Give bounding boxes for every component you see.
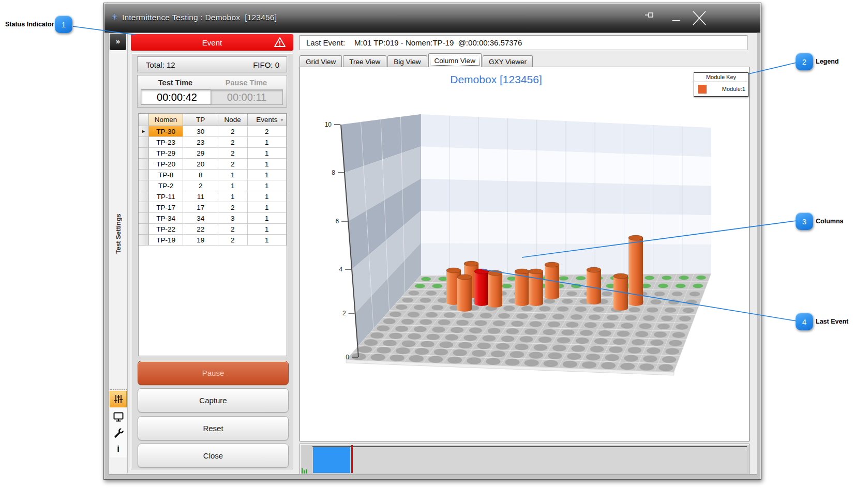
view-tabs: Grid ViewTree ViewBig ViewColumn ViewGXY… (299, 52, 533, 67)
table-cell[interactable]: 2 (183, 180, 218, 191)
table-cell[interactable]: TP-17 (149, 202, 184, 213)
table-row[interactable]: TP-222221 (139, 224, 287, 235)
table-row[interactable]: TP-202021 (139, 159, 287, 170)
table-cell[interactable]: TP-30 (149, 126, 184, 137)
table-cell[interactable]: 2 (248, 126, 287, 137)
callout-label-columns: Columns (816, 218, 843, 225)
table-cell[interactable]: 2 (218, 224, 248, 235)
table-row[interactable]: TP-343431 (139, 213, 287, 224)
table-cell[interactable]: 1 (248, 148, 287, 159)
table-cell[interactable]: 19 (183, 235, 218, 246)
row-selector[interactable] (139, 202, 149, 213)
chart-panel[interactable] (299, 67, 750, 441)
table-cell[interactable]: 2 (218, 202, 248, 213)
table-cell[interactable]: 2 (218, 235, 248, 246)
table-cell[interactable]: 34 (183, 213, 218, 224)
table-cell[interactable]: 23 (183, 137, 218, 148)
table-cell[interactable]: 17 (183, 202, 218, 213)
table-cell[interactable]: TP-22 (149, 224, 184, 235)
tab-column-view[interactable]: Column View (428, 53, 482, 67)
column-header-tp[interactable]: TP (183, 114, 218, 126)
row-selector[interactable] (139, 148, 149, 159)
table-cell[interactable]: 1 (248, 180, 287, 191)
row-selector[interactable] (139, 137, 149, 148)
table-cell[interactable]: 2 (218, 137, 248, 148)
table-cell[interactable]: 1 (248, 170, 287, 180)
tab-grid-view[interactable]: Grid View (299, 55, 342, 67)
table-cell[interactable]: 1 (248, 235, 287, 246)
table-cell[interactable]: 1 (248, 213, 287, 224)
table-cell[interactable]: TP-19 (149, 235, 184, 246)
table-row[interactable]: ►TP-303022 (139, 126, 287, 137)
column-header-nomen[interactable]: Nomen (149, 114, 184, 126)
table-cell[interactable]: 1 (218, 191, 248, 202)
tools-wrench-icon[interactable] (110, 425, 127, 441)
close-button[interactable] (689, 8, 710, 30)
row-selector[interactable] (139, 224, 149, 235)
callout-badge-4: 4 (796, 313, 813, 330)
table-cell[interactable]: 8 (183, 170, 218, 180)
table-row[interactable]: TP-232321 (139, 137, 287, 148)
table-cell[interactable]: TP-8 (149, 170, 184, 180)
expand-panel-button[interactable]: » (110, 34, 126, 50)
table-row[interactable]: TP-111111 (139, 191, 287, 202)
test-point-table[interactable]: NomenTPNodeEvents▼ ►TP-303022TP-232321TP… (138, 113, 287, 356)
table-cell[interactable]: 1 (218, 170, 248, 180)
table-cell[interactable]: 20 (183, 159, 218, 170)
table-cell[interactable]: 1 (248, 159, 287, 170)
pause-button[interactable]: Pause (138, 361, 289, 385)
table-row[interactable]: TP-171721 (139, 202, 287, 213)
table-cell[interactable]: 30 (183, 126, 218, 137)
row-selector[interactable] (139, 235, 149, 246)
monitor-icon[interactable] (110, 408, 127, 425)
event-status-banner[interactable]: Event (131, 34, 293, 51)
reset-button[interactable]: Reset (138, 416, 289, 440)
table-cell[interactable]: TP-29 (149, 148, 184, 159)
minimize-button[interactable]: — (669, 15, 683, 24)
table-cell[interactable]: 1 (218, 180, 248, 191)
row-selector[interactable] (139, 159, 149, 170)
page: ✳ Intermittence Testing : Demobox [12345… (0, 0, 854, 504)
titlebar[interactable]: ✳ Intermittence Testing : Demobox [12345… (104, 4, 760, 33)
table-cell[interactable]: TP-23 (149, 137, 184, 148)
row-selector[interactable] (139, 213, 149, 224)
table-cell[interactable]: 1 (248, 191, 287, 202)
table-cell[interactable]: 1 (248, 202, 287, 213)
dock-pin-icon[interactable] (645, 11, 653, 20)
column-header-events[interactable]: Events▼ (248, 114, 287, 126)
timeline-cursor[interactable] (351, 445, 353, 473)
table-cell[interactable]: 2 (218, 126, 248, 137)
info-icon[interactable]: i (110, 441, 127, 457)
table-cell[interactable]: 1 (248, 137, 287, 148)
timeline-strip[interactable] (312, 446, 747, 473)
tab-tree-view[interactable]: Tree View (343, 55, 386, 67)
row-selector[interactable] (139, 170, 149, 180)
table-cell[interactable]: TP-20 (149, 159, 184, 170)
row-selector[interactable]: ► (139, 126, 149, 137)
table-row[interactable]: TP-191921 (139, 235, 287, 246)
table-cell[interactable]: 2 (218, 159, 248, 170)
row-selector[interactable] (139, 180, 149, 191)
table-row[interactable]: TP-292921 (139, 148, 287, 159)
table-row[interactable]: TP-8811 (139, 170, 287, 180)
table-cell[interactable]: 29 (183, 148, 218, 159)
table-cell[interactable]: 2 (218, 148, 248, 159)
column-header-node[interactable]: Node (218, 114, 248, 126)
table-cell[interactable]: 1 (248, 224, 287, 235)
table-row[interactable]: TP-2211 (139, 180, 287, 191)
tab-gxy-viewer[interactable]: GXY Viewer (483, 55, 533, 67)
sidebar-tab-test-settings[interactable]: Test Settings (110, 190, 127, 278)
capture-button[interactable]: Capture (138, 388, 289, 413)
table-cell[interactable]: 3 (218, 213, 248, 224)
sliders-icon[interactable] (110, 391, 127, 407)
timeline-track[interactable] (299, 444, 750, 475)
table-cell[interactable]: 11 (183, 191, 218, 202)
app-icon: ✳ (111, 12, 118, 22)
row-selector[interactable] (139, 191, 149, 202)
tab-big-view[interactable]: Big View (387, 55, 427, 67)
table-cell[interactable]: TP-2 (149, 180, 184, 191)
table-cell[interactable]: TP-34 (149, 213, 184, 224)
close-test-button[interactable]: Close (138, 444, 289, 468)
table-cell[interactable]: TP-11 (149, 191, 184, 202)
table-cell[interactable]: 22 (183, 224, 218, 235)
